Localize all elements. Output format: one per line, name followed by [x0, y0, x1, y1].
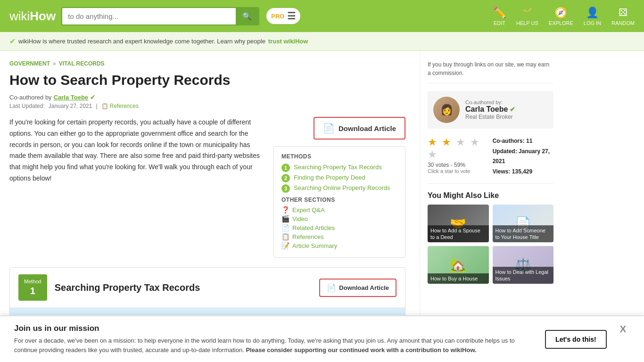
rating-section: ★ ★ ★ ★ ★ 30 votes - 59% Click a star to…	[428, 136, 553, 184]
check-icon: ✔	[9, 37, 16, 46]
toc-summary-link[interactable]: Article Summary	[292, 242, 337, 249]
banner-bold-text: Please consider supporting our continued…	[246, 346, 476, 354]
references-link[interactable]: 📋 References	[101, 103, 139, 109]
toc-link-3[interactable]: Searching Online Property Records	[294, 184, 390, 191]
article-intro: If you're looking for certain property r…	[9, 117, 264, 258]
explore-icon: 🧭	[554, 7, 567, 19]
references-label: References	[110, 103, 139, 109]
last-updated-label: Last Updated:	[9, 103, 45, 109]
nav-login[interactable]: 👤 LOG IN	[584, 7, 601, 26]
trust-link[interactable]: trust wikiHow	[268, 38, 308, 45]
votes-text: 30 votes - 59%	[428, 162, 485, 168]
toc-item-1[interactable]: 1 Searching Property Tax Records	[281, 164, 397, 172]
breadcrumb: GOVERNMENT » VITAL RECORDS	[9, 60, 405, 67]
click-star-text: Click a star to vote	[428, 168, 485, 174]
pro-button[interactable]: PRO ☰	[265, 7, 302, 25]
views-label: Views:	[493, 168, 511, 175]
toc-other-video[interactable]: 🎬 Video	[281, 215, 397, 222]
toc-other-refs[interactable]: 📋 References	[281, 233, 397, 240]
breadcrumb-government[interactable]: GOVERNMENT	[9, 60, 50, 67]
method-download-label: Download Article	[339, 284, 389, 291]
nav-random-label: RANDOM	[611, 20, 635, 26]
toc-other-summary[interactable]: 📝 Article Summary	[281, 242, 397, 249]
stars[interactable]: ★ ★ ★ ★ ★	[428, 136, 485, 161]
ref-icon: 📋	[101, 103, 108, 109]
banner-cta-button[interactable]: Let's do this!	[545, 330, 607, 349]
banner-close-button[interactable]: X	[616, 324, 630, 335]
method-download-button[interactable]: 📄 Download Article	[319, 279, 396, 297]
nav-explore[interactable]: 🧭 EXPLORE	[549, 7, 573, 26]
also-card-4-label: How to Deal with Legal Issues	[493, 267, 554, 284]
date-line: Last Updated: January 27, 2021 | 📋 Refer…	[9, 103, 405, 109]
search-button[interactable]: 🔍	[236, 8, 258, 25]
star-5[interactable]: ★	[428, 148, 438, 160]
co-authors-line: Co-authors: 11	[493, 136, 553, 147]
star-3[interactable]: ★	[456, 136, 466, 148]
also-card-2-label: How to Add Someone to Your House Title	[493, 225, 554, 243]
breadcrumb-vital-records[interactable]: VITAL RECORDS	[59, 60, 105, 67]
updated-line: Updated: January 27, 2021	[493, 147, 553, 167]
nav-edit[interactable]: ✏️ EDIT	[493, 7, 506, 26]
bottom-banner: Join us in our mission For over a decade…	[0, 315, 644, 362]
toc-other-related[interactable]: 📄 Related Articles	[281, 224, 397, 231]
pro-label: PRO	[271, 13, 284, 20]
toc-qa-link[interactable]: Expert Q&A	[292, 206, 325, 214]
toc-num-3: 3	[281, 184, 290, 193]
co-authors-label: Co-authors:	[493, 138, 525, 144]
toc-related-link[interactable]: Related Articles	[292, 224, 335, 231]
download-article-button[interactable]: 📄 Download Article	[314, 117, 405, 140]
also-card-3-label: How to Buy a House	[428, 273, 489, 284]
date-sep: |	[96, 103, 97, 109]
toc-num-1: 1	[281, 164, 290, 172]
toc-video-link[interactable]: Video	[292, 215, 308, 222]
toc-item-3[interactable]: 3 Searching Online Property Records	[281, 184, 397, 193]
qa-icon: ❓	[281, 206, 289, 214]
nav-random[interactable]: ⚄ RANDOM	[611, 7, 635, 26]
also-card-4[interactable]: ⚖️ How to Deal with Legal Issues	[493, 246, 554, 284]
star-4[interactable]: ★	[470, 136, 480, 148]
search-input[interactable]	[62, 8, 236, 24]
author-name-link[interactable]: Carla Toebe	[54, 94, 88, 101]
logo[interactable]: wikiHow	[9, 9, 56, 24]
star-2[interactable]: ★	[442, 136, 452, 148]
login-icon: 👤	[586, 7, 599, 19]
also-card-1[interactable]: 🤝 How to Add a Spouse to a Deed	[428, 205, 489, 242]
search-bar: 🔍	[61, 7, 259, 25]
method-1-badge: Method 1	[18, 274, 47, 301]
author-verified-icon: ✔	[510, 106, 515, 113]
hamburger-icon: ☰	[287, 10, 296, 22]
helpus-icon: 🌱	[521, 7, 534, 19]
toc-other-qa[interactable]: ❓ Expert Q&A	[281, 206, 397, 214]
toc-refs-link[interactable]: References	[292, 233, 323, 240]
also-like-title: You Might Also Like	[428, 191, 553, 200]
toc-link-1[interactable]: Searching Property Tax Records	[294, 164, 382, 171]
logo-wiki: wiki	[9, 9, 30, 23]
download-label: Download Article	[339, 124, 396, 132]
breadcrumb-sep: »	[53, 60, 56, 67]
author-card-label: Co-authored by:	[465, 99, 515, 105]
also-card-2[interactable]: 📄 How to Add Someone to Your House Title	[493, 205, 554, 242]
nav-helpus-label: HELP US	[516, 20, 538, 26]
views-count: 135,429	[512, 168, 532, 175]
also-like-grid: 🤝 How to Add a Spouse to a Deed 📄 How to…	[428, 205, 553, 284]
author-info: Co-authored by: Carla Toebe ✔ Real Estat…	[465, 99, 515, 120]
random-icon: ⚄	[619, 7, 627, 19]
method-1-header: Method 1 Searching Property Tax Records …	[10, 268, 405, 308]
nav: ✏️ EDIT 🌱 HELP US 🧭 EXPLORE 👤 LOG IN ⚄ R…	[493, 7, 635, 26]
nav-explore-label: EXPLORE	[549, 20, 573, 26]
nav-helpus[interactable]: 🌱 HELP US	[516, 7, 538, 26]
trust-bar: ✔ wikiHow is where trusted research and …	[0, 32, 644, 51]
toc-item-2[interactable]: 2 Finding the Property Deed	[281, 174, 397, 182]
method-num: 1	[24, 285, 41, 297]
article-content-row: If you're looking for certain property r…	[9, 117, 405, 258]
summary-icon: 📝	[281, 242, 289, 249]
method-label: Method	[24, 278, 41, 285]
toc-box: METHODS 1 Searching Property Tax Records…	[273, 146, 405, 258]
also-card-3[interactable]: 🏡 How to Buy a House	[428, 246, 489, 284]
also-card-1-label: How to Add a Spouse to a Deed	[428, 225, 489, 243]
star-1[interactable]: ★	[428, 136, 438, 148]
author-card: 👩 Co-authored by: Carla Toebe ✔ Real Est…	[428, 91, 553, 129]
banner-title: Join us in our mission	[14, 324, 536, 333]
toc-link-2[interactable]: Finding the Property Deed	[294, 174, 365, 181]
avatar: 👩	[433, 97, 460, 123]
